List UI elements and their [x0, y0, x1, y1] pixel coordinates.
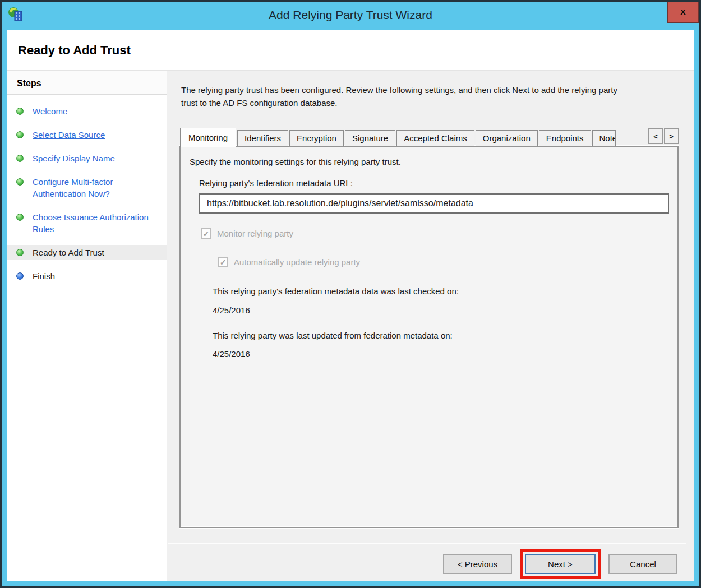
page-header: Ready to Add Trust — [7, 30, 694, 71]
chevron-left-icon: < — [653, 132, 658, 141]
step-pending-icon — [16, 272, 24, 280]
step-item-choose-issuance-authorization-rules[interactable]: Choose Issuance Authorization Rules — [7, 210, 167, 237]
step-item-specify-display-name[interactable]: Specify Display Name — [7, 151, 167, 166]
monitor-relying-party-checkbox[interactable]: ✓ Monitor relying party — [201, 228, 293, 239]
step-item-welcome[interactable]: Welcome — [7, 104, 167, 119]
step-label: Choose Issuance Authorization Rules — [33, 212, 149, 234]
next-button[interactable]: Next > — [525, 554, 596, 574]
page-title: Ready to Add Trust — [7, 30, 694, 58]
footer-buttons: < Previous Next > Cancel — [443, 549, 677, 579]
monitoring-tabpage: Specify the monitoring settings for this… — [179, 146, 679, 528]
step-item-ready-to-add-trust: Ready to Add Trust — [7, 245, 167, 260]
last-updated-label: This relying party was last updated from… — [213, 331, 453, 340]
monitoring-instruction: Specify the monitoring settings for this… — [190, 157, 401, 166]
wizard-window: Add Relying Party Trust Wizard x Ready t… — [0, 0, 701, 588]
tab-endpoints[interactable]: Endpoints — [539, 130, 591, 146]
federation-metadata-url-input[interactable] — [199, 193, 669, 214]
step-item-configure-multi-factor-authentication-now[interactable]: Configure Multi-factor Authentication No… — [7, 174, 167, 201]
step-complete-icon — [16, 108, 24, 115]
close-icon: x — [680, 6, 685, 17]
checkbox-checked-icon: ✓ — [218, 257, 228, 267]
step-complete-icon — [16, 178, 24, 186]
tab-organization[interactable]: Organization — [476, 130, 538, 146]
tab-monitoring[interactable]: Monitoring — [180, 128, 236, 147]
auto-update-relying-party-checkbox[interactable]: ✓ Automatically update relying party — [218, 257, 360, 267]
tab-scroll-panel: < > — [647, 128, 679, 144]
step-complete-icon — [16, 131, 24, 138]
step-label: Welcome — [33, 107, 67, 116]
wizard-content: The relying party trust has been configu… — [167, 71, 694, 581]
tab-identifiers[interactable]: Identifiers — [237, 130, 288, 146]
footer-divider — [168, 543, 686, 544]
step-label: Configure Multi-factor Authentication No… — [33, 177, 113, 198]
monitor-relying-party-label: Monitor relying party — [217, 229, 293, 238]
step-item-finish: Finish — [7, 268, 167, 284]
step-item-select-data-source[interactable]: Select Data Source — [7, 127, 167, 142]
step-label: Ready to Add Trust — [33, 248, 104, 257]
window-title: Add Relying Party Trust Wizard — [2, 2, 699, 28]
cancel-button[interactable]: Cancel — [608, 554, 677, 574]
step-label: Specify Display Name — [33, 154, 115, 163]
tabstrip: MonitoringIdentifiersEncryptionSignature… — [179, 127, 679, 146]
steps-sidebar: Steps WelcomeSelect Data SourceSpecify D… — [7, 71, 167, 581]
step-label: Select Data Source — [33, 130, 105, 140]
steps-heading: Steps — [7, 71, 167, 95]
step-complete-icon — [16, 249, 24, 256]
tab-scroll-left-button[interactable]: < — [648, 128, 663, 144]
tab-scroll-right-button[interactable]: > — [664, 128, 679, 144]
close-button[interactable]: x — [667, 2, 699, 23]
step-label: Finish — [33, 271, 55, 281]
adfs-app-icon — [8, 7, 24, 22]
step-complete-icon — [16, 155, 24, 162]
titlebar[interactable]: Add Relying Party Trust Wizard x — [2, 2, 699, 28]
wizard-client-area: Ready to Add Trust Steps WelcomeSelect D… — [7, 30, 694, 581]
intro-text: The relying party trust has been configu… — [181, 84, 619, 109]
previous-button[interactable]: < Previous — [443, 554, 512, 574]
last-checked-date: 4/25/2016 — [213, 305, 250, 315]
last-checked-label: This relying party's federation metadata… — [213, 286, 459, 296]
checkbox-checked-icon: ✓ — [201, 228, 211, 239]
tab-note[interactable]: Note — [592, 130, 616, 146]
step-complete-icon — [16, 214, 24, 221]
chevron-right-icon: > — [669, 132, 674, 141]
auto-update-relying-party-label: Automatically update relying party — [234, 257, 360, 267]
tab-accepted-claims[interactable]: Accepted Claims — [396, 130, 474, 146]
federation-metadata-url-label: Relying party's federation metadata URL: — [199, 178, 353, 188]
next-button-red-highlight: Next > — [520, 549, 601, 579]
tab-encryption[interactable]: Encryption — [289, 130, 344, 146]
last-updated-date: 4/25/2016 — [213, 349, 250, 359]
settings-tabcontrol: MonitoringIdentifiersEncryptionSignature… — [179, 127, 679, 528]
tab-signature[interactable]: Signature — [345, 130, 395, 146]
steps-list: WelcomeSelect Data SourceSpecify Display… — [7, 104, 167, 284]
